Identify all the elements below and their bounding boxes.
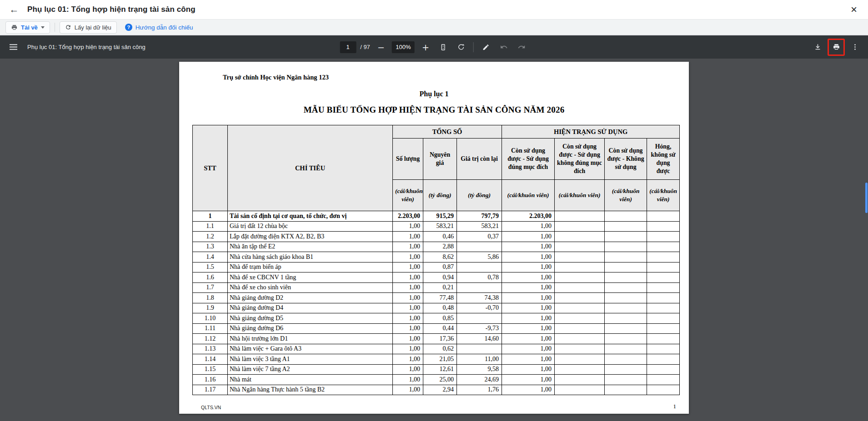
menu-button[interactable] <box>6 40 20 54</box>
page-number-input[interactable] <box>340 41 356 53</box>
pen-icon <box>482 44 490 51</box>
table-row: 1.14Nhà làm việc 3 tầng A11,0021,0511,00… <box>193 354 680 365</box>
row-value <box>605 272 647 283</box>
row-value: 1,00 <box>393 344 423 354</box>
table-row: 1.4Nhà cửa hàng sách giáo khoa B11,008,6… <box>193 252 680 263</box>
reload-data-button[interactable]: Lấy lại dữ liệu <box>60 21 117 34</box>
row-value <box>605 242 647 252</box>
row-value: -9,73 <box>457 323 502 334</box>
back-button[interactable]: ← <box>6 2 22 17</box>
redo-button[interactable] <box>515 40 528 54</box>
table-row: 1.10Nhà giảng đường D51,000,851,00 <box>193 313 680 324</box>
row-value <box>647 282 680 293</box>
row-label: Nhà để xe cho sinh viên <box>228 282 393 293</box>
back-arrow-icon: ← <box>10 4 19 15</box>
row-stt: 1.10 <box>193 313 228 324</box>
row-value: 1,00 <box>393 375 423 385</box>
row-value <box>605 303 647 313</box>
row-stt: 1.2 <box>193 232 228 242</box>
unit-header: (cái/khuôn viên) <box>647 180 680 211</box>
row-stt: 1.5 <box>193 262 228 272</box>
table-row: 1.3Nhà ăn tập thể E21,002,881,00 <box>193 242 680 252</box>
row-value: 5,86 <box>457 252 502 263</box>
hamburger-icon <box>10 43 17 51</box>
table-row: 1.5Nhà để trạm biến áp1,000,871,00 <box>193 262 680 272</box>
table-row: 1.13Nhà làm việc + Gara ôtô A31,000,621,… <box>193 344 680 354</box>
row-value: 1,00 <box>393 323 423 334</box>
row-value <box>647 242 680 252</box>
document-title: MẪU BIỂU TỔNG HỢP HIỆN TRẠNG TÀI SẢN CÔN… <box>179 105 689 115</box>
row-value: 1,00 <box>393 272 423 283</box>
row-value: 1,00 <box>502 303 555 313</box>
window-titlebar: ← Phụ lục 01: Tổng hợp hiện trạng tài sả… <box>0 0 868 20</box>
unit-header: (cái/khuôn viên) <box>605 180 647 211</box>
more-options-button[interactable] <box>848 40 862 54</box>
appendix-label: Phụ lục 1 <box>179 90 689 98</box>
download-report-button[interactable]: Tải về <box>5 21 50 34</box>
zoom-in-button[interactable]: + <box>419 40 432 54</box>
close-button[interactable]: × <box>846 2 862 17</box>
row-value <box>605 385 647 395</box>
undo-button[interactable] <box>497 40 511 54</box>
row-value: 25,00 <box>423 375 457 385</box>
close-icon: × <box>851 3 857 16</box>
row-stt: 1.1 <box>193 221 228 232</box>
annotate-button[interactable] <box>479 40 493 54</box>
row-value <box>605 364 647 375</box>
row-label: Nhà làm việc 7 tầng A2 <box>228 364 393 375</box>
unit-header: (cái/khuôn viên) <box>393 180 423 211</box>
row-value: 8,62 <box>423 252 457 263</box>
zoom-level-input[interactable]: 100% <box>392 41 415 53</box>
rotate-button[interactable] <box>454 40 468 54</box>
column-header: Hỏng, không sử dụng được <box>647 139 680 180</box>
table-row: 1.16Nhà mát1,0025,0024,691,00 <box>193 375 680 385</box>
row-value: 1,00 <box>502 385 555 395</box>
row-label: Nhà cửa hàng sách giáo khoa B1 <box>228 252 393 263</box>
row-value: 77,48 <box>423 293 457 303</box>
column-header: Còn sử dụng được - Không sử dụng <box>605 139 647 180</box>
row-value: 1,00 <box>393 232 423 242</box>
print-highlight-box <box>828 39 845 56</box>
row-value <box>647 375 680 385</box>
column-header: Nguyên giá <box>423 139 457 180</box>
reload-data-label: Lấy lại dữ liệu <box>75 24 111 31</box>
row-value <box>605 323 647 334</box>
comparison-guide-link[interactable]: ? Hướng dẫn đối chiếu <box>125 24 193 31</box>
footer-site-label: QLTS.VN <box>201 405 221 410</box>
row-value: 1,00 <box>502 323 555 334</box>
pdf-download-button[interactable] <box>811 40 824 54</box>
row-value: 1,00 <box>502 364 555 375</box>
header-tong-so: TỔNG SỐ <box>393 125 502 139</box>
scrollbar-thumb[interactable] <box>865 183 868 213</box>
row-label: Nhà giảng đường D4 <box>228 303 393 313</box>
download-icon <box>814 43 822 51</box>
column-header: Giá trị còn lại <box>457 139 502 180</box>
row-value <box>555 344 605 354</box>
zoom-out-button[interactable]: − <box>374 40 388 54</box>
pdf-print-button[interactable] <box>829 40 843 54</box>
header-row-groups: STT CHỈ TIÊU TỔNG SỐ HIỆN TRẠNG SỬ DỤNG <box>193 125 680 139</box>
row-value: 14,60 <box>457 334 502 344</box>
row-value <box>605 232 647 242</box>
divider <box>55 23 55 32</box>
action-bar: Tải về Lấy lại dữ liệu ? Hướng dẫn đối c… <box>0 20 868 35</box>
row-value: 1,00 <box>393 242 423 252</box>
row-stt: 1.11 <box>193 323 228 334</box>
row-value <box>555 385 605 395</box>
row-value <box>605 252 647 263</box>
pdf-document-title: Phụ lục 01: Tổng hợp hiện trạng tài sản … <box>27 44 146 50</box>
table-row: 1.6Nhà để xe CBCNV 1 tầng1,000,940,781,0… <box>193 272 680 283</box>
row-value <box>647 221 680 232</box>
row-stt: 1.9 <box>193 303 228 313</box>
header-hien-trang: HIỆN TRẠNG SỬ DỤNG <box>502 125 680 139</box>
row-value: 17,36 <box>423 334 457 344</box>
asset-table: STT CHỈ TIÊU TỔNG SỐ HIỆN TRẠNG SỬ DỤNG … <box>192 125 680 395</box>
row-value <box>647 293 680 303</box>
row-value <box>555 364 605 375</box>
row-stt: 1.15 <box>193 364 228 375</box>
row-value <box>647 313 680 324</box>
pdf-viewer-area: Trụ sở chính Học viện Ngân hàng 123 Phụ … <box>0 59 868 421</box>
fit-page-button[interactable] <box>437 40 450 54</box>
row-value: 12,61 <box>423 364 457 375</box>
asset-table-body: 1Tài sản cố định tại cơ quan, tổ chức, đ… <box>193 211 680 395</box>
